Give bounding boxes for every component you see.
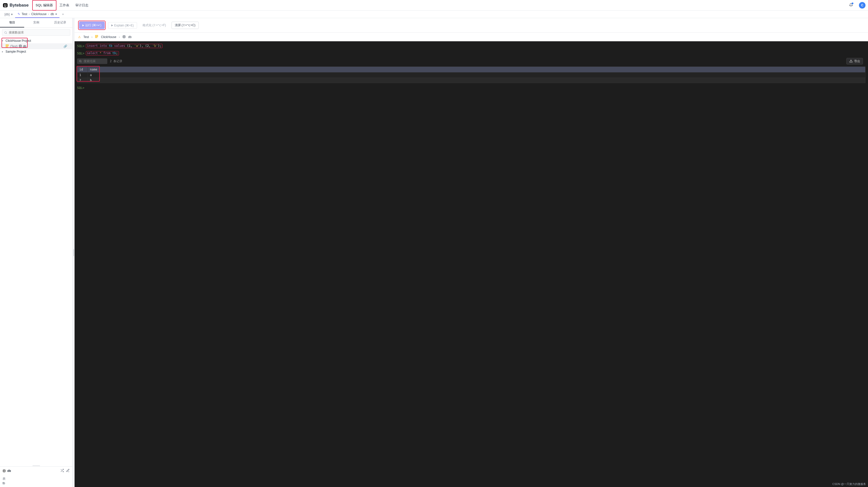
bc-test[interactable]: Test [83,35,89,39]
main-panel: 运行 (⌘+↵) Explain (⌘+E) 格式化 (⇧+⌥+F) 清屏 (⇧… [74,18,868,487]
svg-rect-5 [6,44,7,47]
add-tab-button[interactable]: ＋ [59,12,66,17]
db-panel-header: db [2,468,70,473]
svg-rect-13 [97,35,98,37]
logo-icon [2,2,8,8]
table-row[interactable]: 1 a [77,72,866,78]
col-name[interactable]: name [88,67,99,72]
explain-button[interactable]: Explain (⌘+E) [108,22,137,29]
cell: 2 [77,78,88,83]
tab-bc-c: db [51,12,54,16]
editor-tabbar: [db] ✎ Test › ClickHouse › db ＋ [0,10,868,18]
database-icon [122,35,126,38]
annotation-red-box: 运行 (⌘+↵) [78,21,105,30]
watermark: CSDN @一只努力的微服务 [833,482,866,486]
run-label: 运行 (⌘+↵) [85,23,101,27]
tab-label: [db] [4,12,9,16]
sidebar-tab-history[interactable]: 历史记录 [48,18,72,27]
link-icon[interactable]: 🔗 [63,44,67,48]
bell-icon [849,4,853,7]
svg-point-8 [19,45,22,45]
sidebar-search-input[interactable] [2,29,70,36]
col-id[interactable]: id [77,67,88,72]
tree-project-clickhouse[interactable]: ▾ ClickHouse Project [0,38,72,43]
sidebar-tab-project[interactable]: 项目 [0,18,24,27]
sql-console[interactable]: SQL> insert into tb values (1, 'a'), (2,… [74,41,868,487]
format-button[interactable]: 格式化 (⇧+⌥+F) [140,22,169,29]
notification-dot [851,2,854,4]
tab-bc-b: ClickHouse [31,12,46,16]
brand-logo[interactable]: Bytebase [2,2,29,8]
svg-rect-3 [4,6,6,6]
svg-rect-7 [8,44,8,46]
export-button[interactable]: 导出 [846,58,863,64]
editor-toolbar: 运行 (⌘+↵) Explain (⌘+E) 格式化 (⇧+⌥+F) 清屏 (⇧… [74,18,868,33]
nav-audit-log[interactable]: 审计日志 [72,0,91,10]
sql-line-1: SQL> insert into tb values (1, 'a'), (2,… [74,43,868,48]
user-avatar[interactable]: C [859,2,866,8]
chevron-right-icon: › [29,12,30,16]
clickhouse-icon [5,44,9,48]
nav-worksheet[interactable]: 工作表 [56,0,72,10]
unsaved-dot-icon [11,13,12,15]
db-panel-name: db [7,469,11,473]
sql-line-2: SQL> select * from tb; [74,51,868,56]
cell: 1 [77,72,88,78]
svg-rect-10 [95,35,96,38]
explain-label: Explain (⌘+E) [114,24,134,27]
project-tree: ▾ ClickHouse Project (Test) db 🔗 ▸ Sampl… [0,37,72,465]
notifications-button[interactable] [848,2,854,8]
result-search-input[interactable] [77,58,107,64]
svg-rect-6 [7,44,8,47]
play-icon [82,25,84,27]
svg-point-9 [3,469,5,470]
run-button[interactable]: 运行 (⌘+↵) [79,22,104,29]
sidebar-bottom-panel: db 表 tb [0,466,72,487]
body: 项目 实例 历史记录 ▾ ClickHouse Project (Test) d… [0,18,868,487]
svg-point-2 [5,4,6,5]
svg-rect-12 [97,35,97,38]
tree-db-item[interactable]: (Test) db 🔗 [0,43,72,49]
database-icon [19,44,22,48]
table-item[interactable]: tb [2,482,70,485]
edit-icon[interactable] [66,468,70,473]
bc-instance[interactable]: ClickHouse [101,35,116,39]
cell: a [88,72,99,78]
warning-icon: ⚠ [78,35,81,39]
svg-point-1 [4,4,5,5]
top-header: Bytebase SQL 编辑器 工作表 审计日志 C [0,0,868,10]
cell [99,72,866,78]
vertical-resize-grip[interactable] [72,18,74,487]
result-table-wrap: id name 1 a 2 b [77,66,866,83]
project-label: Sample Project [5,50,26,54]
result-toolbar: 2 条记录 导出 [74,56,868,66]
nav-sql-editor[interactable]: SQL 编辑器 [32,0,56,10]
sidebar-tab-instance[interactable]: 实例 [24,18,49,27]
tree-project-sample[interactable]: ▸ Sample Project [0,49,72,54]
sidebar-tabs: 项目 实例 历史记录 [0,18,72,28]
unsaved-dot-icon [55,13,57,15]
prompt: SQL> [77,44,84,48]
sidebar-search-wrap [0,28,72,37]
bc-db[interactable]: db [128,35,131,39]
chevron-right-icon: ▸ [2,51,4,53]
db-name: db [23,44,26,48]
chevron-right-icon: › [91,35,92,39]
chevron-down-icon: ▾ [2,39,4,42]
table-row[interactable]: 2 b [77,78,866,83]
chevron-right-icon: › [119,35,120,39]
tab-unnamed-db[interactable]: [db] [2,10,15,18]
annotation-red-box: insert into tb values (1, 'a'), (2, 'b')… [86,44,162,48]
cell [99,78,866,83]
tab-active-db[interactable]: ✎ Test › ClickHouse › db [15,10,59,18]
project-label: ClickHouse Project [5,39,31,42]
chevron-right-icon: › [48,12,49,16]
download-icon [849,59,853,63]
result-table: id name 1 a 2 b [77,66,866,83]
prompt: SQL> [77,86,84,90]
clear-button[interactable]: 清屏 (⇧+⌥+C) [172,22,199,29]
col-rest [99,67,866,72]
database-icon [2,469,6,473]
brand-text: Bytebase [9,3,29,8]
shuffle-icon[interactable] [60,468,64,473]
